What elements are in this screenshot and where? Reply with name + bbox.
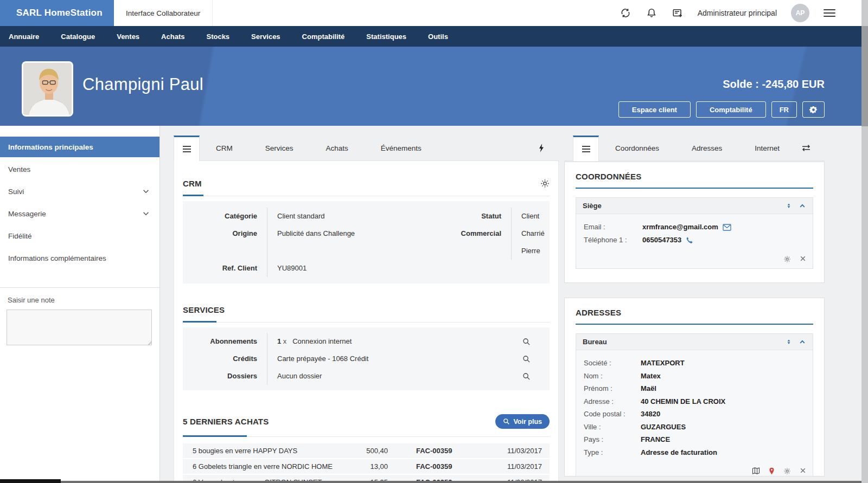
notifications-bell-icon[interactable] [646,7,658,19]
nav-item-annuaire[interactable]: Annuaire [9,33,39,41]
field-value: Charrié Pierre [511,225,550,260]
nav-item-outils[interactable]: Outils [428,33,448,41]
sidebar-item-messagerie[interactable]: Messagerie [0,203,159,224]
crm-settings-gear-icon[interactable] [540,179,550,188]
note-label: Saisir une note [8,296,159,304]
map-pin-icon[interactable] [769,467,775,475]
center-tab-services[interactable]: Services [249,136,310,160]
vertical-scrollbar-thumb[interactable] [861,26,868,126]
purchases-table: 5 bougies en verre HAPPY DAYS 500,40 FAC… [183,443,550,483]
sidebar-item-label: Informations complémentaires [8,254,150,262]
horizontal-scrollbar[interactable] [0,481,861,483]
email-value: xrmfrance@gmail.com [642,221,718,234]
right-tab-adresses[interactable]: Adresses [675,136,738,160]
gear-icon[interactable] [783,467,791,475]
sidebar-item-fidelite[interactable]: Fidélité [0,226,159,246]
map-book-icon[interactable] [752,467,760,475]
voir-plus-button[interactable]: Voir plus [495,414,550,429]
right-panel-menu-tab[interactable] [573,136,599,161]
search-icon[interactable] [512,372,550,381]
sync-icon[interactable] [620,7,631,19]
coordonnees-panel: COORDONNÉES Siège Emai [564,162,825,283]
service-name: Connexion internet [292,337,352,345]
field-value: 34820 [641,408,660,421]
nav-item-services[interactable]: Services [251,33,280,41]
field-label: Statut [430,208,511,225]
center-panel: CRM Catégorie Client standard Statut Cli… [174,161,559,483]
purchase-row[interactable]: 5 bougies en verre HAPPY DAYS 500,40 FAC… [183,443,550,459]
swap-panels-icon[interactable] [801,136,825,160]
field-label: Type : [584,446,641,459]
search-icon[interactable] [512,338,550,346]
section-underline [183,435,550,437]
purchase-name: 5 bougies en verre HAPPY DAYS [193,447,349,455]
nav-item-statistiques[interactable]: Statistiques [366,33,406,41]
avatar[interactable]: AP [791,4,809,22]
address-row: Adresse : 40 CHEMIN DE LA CROIX [584,395,805,408]
add-note-icon[interactable] [672,7,684,19]
sort-icon[interactable] [786,202,792,209]
collapse-chevron-up-icon[interactable] [799,203,806,209]
field-value: Maël [641,382,656,395]
header-settings-button[interactable] [802,101,825,118]
right-tab-internet[interactable]: Internet [738,136,796,160]
sidebar-item-label: Suivi [8,188,142,196]
quick-actions-lightning-icon[interactable] [538,136,559,160]
espace-client-button[interactable]: Espace client [618,101,691,118]
center-tab-evenements[interactable]: Événements [365,136,438,160]
purchase-date: 11/03/2017 [480,447,542,455]
mail-icon[interactable] [723,224,731,231]
purchase-row[interactable]: 6 Gobelets triangle en verre NORDIC HOME… [183,459,550,475]
field-value: Client standard [267,208,430,225]
comptabilite-button[interactable]: Comptabilité [696,101,766,118]
close-icon[interactable] [800,255,806,263]
crm-section-title: CRM [183,179,202,188]
tab-interface-collaborateur[interactable]: Interface Collaborateur [114,0,213,26]
user-name[interactable]: Administrateur principal [698,9,777,17]
service-qty: 1 [277,337,281,345]
nav-item-achats[interactable]: Achats [161,33,184,41]
chevron-down-icon [142,188,150,195]
app-logo[interactable]: SARL HomeStation [0,0,114,26]
section-underline [576,188,813,189]
field-value: Publicité dans Challenge [267,225,430,260]
vertical-scrollbar[interactable] [861,0,868,483]
sidebar-item-suivi[interactable]: Suivi [0,181,159,202]
right-tabstrip: Coordonnées Adresses Internet [564,136,825,161]
field-value: YU89001 [267,260,430,277]
horizontal-scrollbar-thumb[interactable] [0,479,61,483]
collapse-chevron-up-icon[interactable] [799,339,806,345]
nav-item-ventes[interactable]: Ventes [117,33,139,41]
nav-item-stocks[interactable]: Stocks [206,33,229,41]
center-tab-crm[interactable]: CRM [200,136,249,160]
main-nav: Annuaire Catalogue Ventes Achats Stocks … [0,26,868,47]
customer-photo[interactable] [22,61,73,117]
center-panel-menu-tab[interactable] [174,136,200,161]
field-label: Pays : [584,433,641,446]
center-tab-achats[interactable]: Achats [310,136,365,160]
field-label: Dossiers [183,368,267,385]
field-label: Ref. Client [183,260,267,277]
coordonnees-title: COORDONNÉES [576,172,813,181]
phone-icon[interactable] [686,236,693,244]
language-button[interactable]: FR [771,101,797,118]
sidebar-item-ventes[interactable]: Ventes [0,159,159,179]
card-actions [576,462,813,476]
nav-item-comptabilite[interactable]: Comptabilité [302,33,345,41]
field-value: Aucun dossier [267,368,512,385]
search-icon[interactable] [512,355,550,363]
sidebar-item-informations-principales[interactable]: Informations principales [0,137,159,157]
section-underline [576,324,813,325]
field-label: Abonnements [183,333,267,350]
close-icon[interactable] [800,467,806,475]
field-label: Prénom : [584,382,641,395]
note-textarea[interactable] [7,310,152,345]
menu-icon[interactable] [824,9,835,17]
gear-icon[interactable] [783,255,791,263]
sidebar-item-informations-complementaires[interactable]: Informations complémentaires [0,248,159,268]
purchase-invoice-ref: FAC-00359 [401,462,480,471]
sort-icon[interactable] [786,338,792,345]
adresses-panel: ADRESSES Bureau Sociét [564,298,825,476]
right-tab-coordonnees[interactable]: Coordonnées [599,136,675,160]
nav-item-catalogue[interactable]: Catalogue [61,33,95,41]
